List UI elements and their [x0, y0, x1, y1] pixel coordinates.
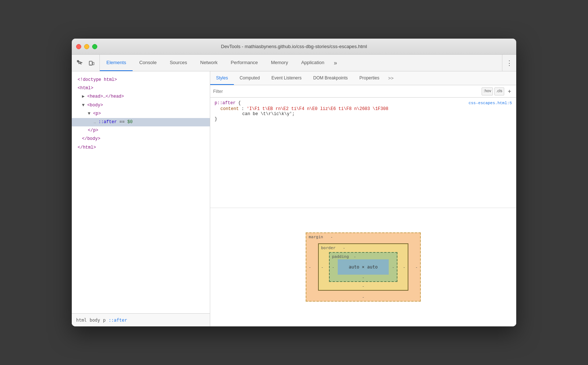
devtools-window: DevTools - mathiasbynens.github.io/css-d…: [72, 39, 516, 326]
box-content: auto × auto: [338, 259, 388, 275]
svg-point-3: [90, 64, 91, 65]
border-label: border -: [321, 246, 345, 250]
dom-tree: <!doctype html> <html> ▶ <head>…</head> …: [72, 71, 210, 313]
css-close-brace: }: [215, 117, 512, 122]
minimize-button[interactable]: [84, 44, 89, 49]
inspect-icon[interactable]: [75, 58, 85, 68]
close-button[interactable]: [76, 44, 81, 49]
window-title: DevTools - mathiasbynens.github.io/css-d…: [221, 44, 367, 49]
right-panel: Styles Computed Event Listeners DOM Brea…: [210, 71, 516, 326]
add-style-rule-button[interactable]: +: [506, 87, 513, 95]
dom-line-after[interactable]: … ::after == $0: [72, 118, 210, 126]
dom-line-close-body[interactable]: </body>: [72, 135, 210, 143]
box-model-container: margin - - - - border -: [306, 232, 420, 302]
devtools-toolbar: Elements Console Sources Network Perform…: [72, 55, 516, 71]
padding-label: padding -: [332, 254, 356, 259]
css-selector[interactable]: p::after {: [215, 101, 241, 106]
margin-right-value: -: [415, 265, 418, 270]
styles-content: p::after { css-escapes.html:5 content : …: [210, 98, 516, 208]
dom-line-html[interactable]: <html>: [72, 84, 210, 93]
tab-event-listeners[interactable]: Event Listeners: [266, 71, 307, 85]
device-icon[interactable]: [86, 58, 97, 68]
more-tabs-button[interactable]: »: [331, 55, 340, 71]
dom-line-doctype[interactable]: <!doctype html>: [72, 76, 210, 84]
filter-bar: :hov .cls +: [210, 85, 516, 98]
svg-rect-2: [93, 62, 94, 65]
dom-line-close-p[interactable]: </p>: [72, 126, 210, 135]
dom-line-close-html[interactable]: </html>: [72, 144, 210, 152]
dom-line-p[interactable]: ▼ <p>: [72, 110, 210, 118]
box-border: border - - - - padding -: [318, 243, 408, 291]
breadcrumb-bar: html body p ::after: [72, 313, 210, 326]
margin-bottom-value: -: [362, 295, 365, 299]
breadcrumb-p[interactable]: p: [103, 318, 106, 323]
box-margin: margin - - - - border -: [306, 232, 420, 302]
main-content: <!doctype html> <html> ▶ <head>…</head> …: [72, 71, 516, 326]
tab-elements[interactable]: Elements: [100, 55, 133, 71]
border-left-value: -: [321, 265, 324, 270]
dom-line-body[interactable]: ▼ <body>: [72, 101, 210, 110]
css-property-line[interactable]: content : 'I\F1 t\EB rn\E2 ti\F4 n\E0 li…: [215, 106, 512, 111]
filter-input[interactable]: [213, 89, 482, 94]
devtools-menu-button[interactable]: ⋮: [502, 55, 516, 71]
box-model-section: margin - - - - border -: [210, 208, 516, 327]
margin-left-value: -: [309, 265, 311, 270]
traffic-lights: [76, 44, 97, 49]
css-source[interactable]: css-escapes.html:5: [469, 101, 512, 105]
hov-button[interactable]: :hov: [482, 87, 493, 95]
breadcrumb-body[interactable]: body: [90, 318, 100, 323]
tab-styles[interactable]: Styles: [210, 71, 234, 85]
tab-console[interactable]: Console: [133, 55, 163, 71]
tab-network[interactable]: Network: [194, 55, 224, 71]
tab-properties[interactable]: Properties: [353, 71, 385, 85]
box-padding: padding - - - - auto × auto: [329, 252, 397, 282]
maximize-button[interactable]: [92, 44, 97, 49]
tab-dom-breakpoints[interactable]: DOM Breakpoints: [307, 71, 354, 85]
padding-bottom-value: -: [362, 275, 365, 280]
tab-performance[interactable]: Performance: [224, 55, 264, 71]
padding-left-value: -: [332, 265, 334, 270]
right-tabs: Styles Computed Event Listeners DOM Brea…: [210, 71, 516, 85]
border-right-value: -: [403, 265, 405, 270]
tab-application[interactable]: Application: [295, 55, 331, 71]
border-bottom-value: -: [362, 284, 365, 289]
css-value-continuation: can be \t\r\ic\k\y';: [215, 111, 512, 117]
dom-line-head[interactable]: ▶ <head>…</head>: [72, 93, 210, 101]
toolbar-icons: [72, 55, 100, 71]
css-rule-header: p::after { css-escapes.html:5: [215, 101, 512, 106]
breadcrumb-html[interactable]: html: [76, 318, 87, 323]
filter-actions: :hov .cls +: [482, 87, 513, 95]
toolbar-tabs: Elements Console Sources Network Perform…: [100, 55, 502, 71]
left-panel: <!doctype html> <html> ▶ <head>…</head> …: [72, 71, 210, 326]
more-right-tabs[interactable]: >>: [385, 71, 396, 85]
titlebar: DevTools - mathiasbynens.github.io/css-d…: [72, 39, 516, 55]
cls-button[interactable]: .cls: [494, 87, 504, 95]
padding-right-value: -: [392, 265, 395, 270]
breadcrumb-after[interactable]: ::after: [109, 318, 127, 323]
tab-sources[interactable]: Sources: [163, 55, 194, 71]
margin-label: margin -: [309, 235, 333, 239]
tab-computed[interactable]: Computed: [234, 71, 266, 85]
tab-memory[interactable]: Memory: [264, 55, 295, 71]
